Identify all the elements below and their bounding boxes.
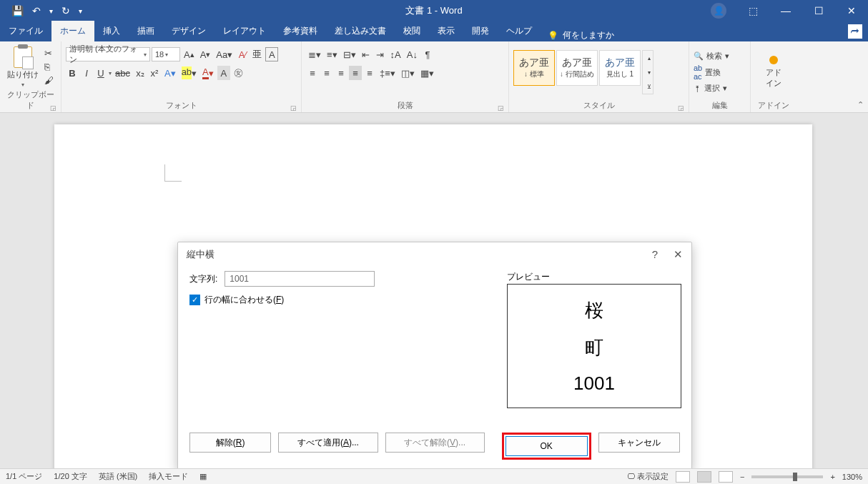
increase-indent-icon[interactable]: ⇥ [374, 47, 387, 61]
styles-more-icon[interactable]: ⊻ [643, 79, 656, 94]
tab-home[interactable]: ホーム [51, 21, 94, 41]
char-shading-icon[interactable]: A [217, 66, 230, 80]
superscript-button[interactable]: x² [148, 66, 161, 80]
align-justify-icon[interactable]: ≡ [349, 66, 362, 80]
cancel-button[interactable]: キャンセル [598, 433, 680, 453]
qat-save-icon[interactable]: 💾 [11, 5, 24, 16]
find-button[interactable]: 🔍検索 ▾ [694, 51, 729, 61]
char-border-icon[interactable]: A [265, 47, 278, 61]
numbering-icon[interactable]: ≡▾ [325, 47, 340, 61]
grow-font-icon[interactable]: A▴ [182, 47, 197, 61]
qat-undo-icon[interactable]: ↶ [32, 5, 41, 16]
align-left-icon[interactable]: ≡ [306, 66, 319, 80]
ribbon-display-icon[interactable]: ⬚ [736, 0, 769, 21]
qat-customize-icon[interactable]: ▾ [79, 7, 82, 15]
zoom-level[interactable]: 130% [842, 473, 862, 481]
select-button[interactable]: ⭱選択 ▾ [694, 83, 729, 94]
remove-all-button[interactable]: すべて解除(V)... [385, 433, 485, 453]
tab-file[interactable]: ファイル [0, 21, 51, 41]
highlight-icon[interactable]: ab▾ [179, 66, 199, 80]
shading-icon[interactable]: ◫▾ [399, 66, 417, 80]
close-button[interactable]: ✕ [835, 0, 868, 21]
borders-icon[interactable]: ▦▾ [418, 66, 436, 80]
status-insert-mode[interactable]: 挿入モード [149, 471, 188, 482]
styles-launcher-icon[interactable]: ◲ [678, 104, 684, 112]
tab-draw[interactable]: 描画 [129, 21, 163, 41]
view-web-icon[interactable] [719, 471, 733, 483]
text-effects-icon[interactable]: A▾ [162, 66, 178, 80]
bold-button[interactable]: B [66, 66, 79, 80]
tab-insert[interactable]: 挿入 [94, 21, 129, 41]
italic-button[interactable]: I [80, 66, 93, 80]
cut-icon[interactable]: ✂ [44, 48, 54, 59]
tab-layout[interactable]: レイアウト [214, 21, 275, 41]
qat-undo-more-icon[interactable]: ▾ [49, 7, 53, 15]
decrease-indent-icon[interactable]: ⇤ [360, 47, 373, 61]
collapse-ribbon-icon[interactable]: ⌃ [857, 100, 864, 109]
align-center-icon[interactable]: ≡ [320, 66, 333, 80]
styles-down-icon[interactable]: ▾ [643, 65, 656, 79]
font-name-combo[interactable]: 游明朝 (本文のフォン▾ [66, 47, 150, 61]
text-direction-icon[interactable]: ↕A [388, 47, 403, 61]
share-button[interactable]: ⮫ [848, 24, 862, 39]
remove-button[interactable]: 解除(R) [189, 433, 271, 453]
account-icon[interactable]: 👤 [711, 3, 726, 19]
replace-button[interactable]: abac置換 [694, 64, 729, 81]
change-case-icon[interactable]: Aa▾ [214, 47, 235, 61]
status-macro-icon[interactable]: ▦ [199, 472, 207, 481]
display-settings[interactable]: 🖵 表示設定 [627, 471, 669, 482]
format-painter-icon[interactable]: 🖌 [44, 75, 54, 86]
status-words[interactable]: 1/20 文字 [54, 471, 87, 482]
font-color-icon[interactable]: A▾ [200, 66, 216, 80]
tab-help[interactable]: ヘルプ [498, 21, 541, 41]
copy-icon[interactable]: ⎘ [44, 61, 54, 72]
tell-me-box[interactable]: 💡何をしますか [541, 29, 621, 41]
apply-all-button[interactable]: すべて適用(A)... [278, 433, 378, 453]
shrink-font-icon[interactable]: A▾ [198, 47, 213, 61]
ok-button[interactable]: OK [505, 436, 588, 456]
style-normal[interactable]: あア亜↓ 標準 [513, 50, 555, 86]
minimize-button[interactable]: — [769, 0, 802, 21]
zoom-in-button[interactable]: + [830, 473, 834, 481]
line-spacing-icon[interactable]: ‡≡▾ [378, 66, 398, 80]
fit-to-line-checkbox[interactable]: ✓ 行の幅に合わせる(F) [189, 294, 284, 306]
dialog-close-icon[interactable]: ✕ [674, 248, 683, 261]
view-read-icon[interactable] [676, 471, 690, 483]
status-page[interactable]: 1/1 ページ [6, 471, 42, 482]
addins-button[interactable]: アド イン [757, 56, 790, 89]
font-launcher-icon[interactable]: ◲ [290, 104, 297, 112]
multilevel-icon[interactable]: ⊟▾ [341, 47, 358, 61]
dialog-help-icon[interactable]: ? [652, 248, 658, 261]
zoom-thumb[interactable] [793, 473, 797, 481]
tab-mailings[interactable]: 差し込み文書 [326, 21, 395, 41]
strike-button[interactable]: abc [113, 66, 132, 80]
show-marks-icon[interactable]: ¶ [421, 47, 434, 61]
tab-view[interactable]: 表示 [429, 21, 463, 41]
tab-references[interactable]: 参考資料 [275, 21, 326, 41]
tab-developer[interactable]: 開発 [463, 21, 498, 41]
view-print-icon[interactable] [697, 471, 711, 483]
distributed-icon[interactable]: ≡ [363, 66, 376, 80]
clear-format-icon[interactable]: A⁄ [236, 47, 249, 61]
phonetic-guide-icon[interactable]: 亜 [250, 47, 264, 61]
enclose-char-icon[interactable]: ㊛ [232, 66, 245, 80]
zoom-out-button[interactable]: − [740, 473, 744, 481]
align-right-icon[interactable]: ≡ [335, 66, 347, 80]
style-heading1[interactable]: あア亜見出し 1 [599, 50, 641, 86]
qat-redo-icon[interactable]: ↻ [61, 5, 70, 16]
paragraph-launcher-icon[interactable]: ◲ [498, 104, 504, 112]
dialog-titlebar[interactable]: 縦中横 ? ✕ [178, 242, 691, 267]
zoom-slider[interactable] [751, 475, 823, 478]
styles-up-icon[interactable]: ▴ [643, 51, 656, 65]
subscript-button[interactable]: x₂ [134, 66, 147, 80]
sort-icon[interactable]: A↓ [405, 47, 420, 61]
clipboard-launcher-icon[interactable]: ◲ [50, 104, 56, 112]
paste-button[interactable]: 貼り付け ▾ [4, 45, 41, 89]
font-size-combo[interactable]: 18▾ [152, 47, 180, 61]
underline-button[interactable]: U [94, 66, 107, 80]
maximize-button[interactable]: ☐ [802, 0, 835, 21]
status-language[interactable]: 英語 (米国) [99, 471, 137, 482]
tab-design[interactable]: デザイン [163, 21, 214, 41]
bullets-icon[interactable]: ≣▾ [306, 47, 323, 61]
style-nospace[interactable]: あア亜↓ 行間詰め [556, 50, 598, 86]
